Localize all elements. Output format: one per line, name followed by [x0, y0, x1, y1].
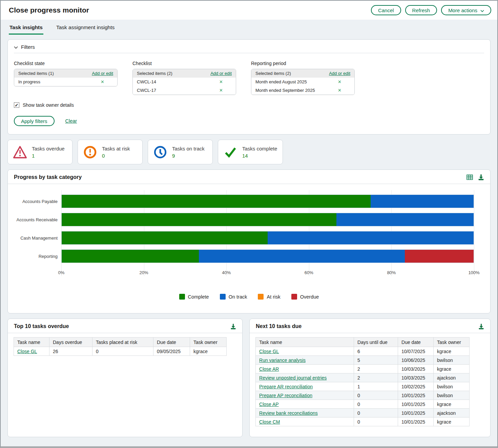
bar-segment-overdue[interactable]: [405, 250, 474, 263]
show-task-owner-checkbox[interactable]: ✓: [14, 102, 19, 108]
table-cell: 6: [354, 347, 398, 356]
filter-item: Month ended September 2025✕: [251, 86, 354, 95]
table-cell: 10/01/2025: [398, 400, 434, 409]
table-header-row: Task nameDays overdueTasks placed at ris…: [14, 338, 227, 347]
table-cell: Close AP: [256, 400, 354, 409]
task-link[interactable]: Close AP: [259, 402, 279, 407]
add-or-edit-link[interactable]: Add or edit: [92, 71, 113, 76]
filter-item-label: Month ended September 2025: [255, 88, 315, 93]
bar-segment-on-track[interactable]: [268, 231, 474, 244]
progress-chart-card: Progress by task category Accounts Payab…: [7, 169, 491, 313]
gridline: [474, 190, 474, 276]
filter-group-label: Checklist: [132, 61, 236, 66]
bar-segment-complete[interactable]: [62, 250, 199, 263]
table-cell: Review unposted journal entries: [256, 373, 354, 382]
add-or-edit-link[interactable]: Add or edit: [210, 71, 232, 76]
remove-icon[interactable]: ✕: [219, 88, 223, 93]
filters-toggle[interactable]: Filters: [8, 40, 490, 53]
due-card-head: Next 10 tasks due: [250, 319, 490, 333]
kpi-value: 0: [102, 153, 130, 159]
remove-icon[interactable]: ✕: [338, 79, 341, 84]
table-cell: Close CM: [256, 418, 354, 426]
table-cell: kgrace: [434, 400, 470, 409]
task-link[interactable]: Run variance analysis: [259, 358, 306, 363]
column-header: Task owner: [434, 338, 470, 347]
overdue-card-head: Top 10 tasks overdue: [8, 319, 242, 333]
stacked-bar[interactable]: [61, 249, 474, 263]
refresh-button-label: Refresh: [412, 7, 430, 13]
table-cell: 5: [354, 356, 398, 365]
table-cell: kgrace: [190, 347, 227, 356]
bar-segment-complete[interactable]: [62, 231, 268, 244]
column-header: Task name: [256, 338, 354, 347]
remove-icon[interactable]: ✕: [101, 79, 104, 84]
table-cell: Review bank reconciliations: [256, 409, 354, 418]
tab-task-assignment-insights[interactable]: Task assignment insights: [56, 21, 115, 35]
tab-strip: Task insights Task assignment insights: [1, 20, 497, 35]
kpi-label: Tasks on track: [172, 146, 205, 151]
category-label: Accounts Payable: [14, 199, 61, 204]
kpi-card: Tasks at risk0: [78, 140, 143, 164]
kpi-text: Tasks at risk0: [102, 146, 130, 159]
kpi-label: Tasks at risk: [102, 146, 130, 151]
filter-item: CWCL-14✕: [133, 78, 236, 86]
task-link[interactable]: Close GL: [17, 349, 37, 354]
stacked-bar[interactable]: [61, 195, 474, 208]
axis-tick: 0%: [58, 270, 65, 275]
table-cell: kgrace: [434, 365, 470, 373]
stacked-bar[interactable]: [61, 213, 474, 226]
main-content: Filters Checklist stateSelected items (1…: [1, 35, 497, 437]
table-cell: Prepare AR reconciliation: [256, 382, 354, 391]
kpi-label: Tasks overdue: [32, 146, 65, 151]
tab-task-insights[interactable]: Task insights: [9, 21, 43, 35]
overdue-table-title: Top 10 tasks overdue: [14, 323, 69, 329]
task-link[interactable]: Prepare AP reconciliation: [259, 393, 312, 398]
table-cell: 10/06/2025: [398, 356, 434, 365]
task-link[interactable]: Prepare AR reconciliation: [259, 384, 313, 389]
task-link[interactable]: Review bank reconciliations: [259, 410, 318, 416]
header-buttons: Cancel Refresh More actions: [371, 5, 491, 15]
selected-items-header: Selected items (2)Add or edit: [133, 69, 236, 78]
table-view-icon[interactable]: [466, 175, 473, 180]
table-cell: 0: [354, 409, 398, 418]
due-table-card: Next 10 tasks due Task nameDays until du…: [249, 319, 491, 437]
download-icon[interactable]: [478, 174, 484, 180]
add-or-edit-link[interactable]: Add or edit: [329, 71, 350, 76]
kpi-card: Tasks complete14: [218, 140, 283, 164]
table-header-row: Task nameDays until dueDue dateTask owne…: [256, 338, 470, 347]
bar-segment-on-track[interactable]: [371, 195, 474, 208]
task-link[interactable]: Close GL: [259, 349, 279, 354]
table-cell: 10/01/2025: [398, 409, 434, 418]
legend-item: Overdue: [291, 294, 319, 300]
column-header: Due date: [398, 338, 434, 347]
overdue-table: Task nameDays overdueTasks placed at ris…: [14, 337, 227, 356]
cancel-button[interactable]: Cancel: [371, 5, 401, 15]
filter-group: Checklist stateSelected items (1)Add or …: [14, 61, 118, 95]
task-link[interactable]: Review unposted journal entries: [259, 375, 327, 381]
filters-section: Filters Checklist stateSelected items (1…: [7, 39, 491, 135]
clear-filters-link[interactable]: Clear: [65, 118, 77, 124]
task-link[interactable]: Close CM: [259, 419, 280, 425]
remove-icon[interactable]: ✕: [338, 88, 341, 93]
kpi-value: 1: [32, 153, 65, 159]
task-link[interactable]: Close AR: [259, 366, 279, 372]
category-label: Reporting: [14, 254, 61, 259]
axis-tick: 100%: [468, 270, 479, 275]
download-icon[interactable]: [230, 324, 236, 329]
download-icon[interactable]: [478, 324, 484, 329]
bar-segment-complete[interactable]: [62, 195, 371, 208]
bar-segment-on-track[interactable]: [336, 213, 474, 226]
category-label: Accounts Receivable: [14, 217, 61, 222]
table-row: Prepare AR reconciliation110/02/2025bwil…: [256, 382, 470, 391]
bar-segment-on-track[interactable]: [199, 250, 405, 263]
apply-filters-button[interactable]: Apply filters: [14, 116, 55, 126]
bar-segment-complete[interactable]: [62, 213, 336, 226]
filter-item: Month ended August 2025✕: [251, 78, 354, 86]
page-title: Close progress monitor: [9, 6, 89, 14]
stacked-bar[interactable]: [61, 231, 474, 245]
more-actions-button[interactable]: More actions: [441, 5, 491, 15]
refresh-button[interactable]: Refresh: [405, 5, 437, 15]
chart-head-icons: [466, 174, 484, 180]
remove-icon[interactable]: ✕: [219, 79, 223, 84]
column-header: Tasks placed at risk: [92, 338, 153, 347]
